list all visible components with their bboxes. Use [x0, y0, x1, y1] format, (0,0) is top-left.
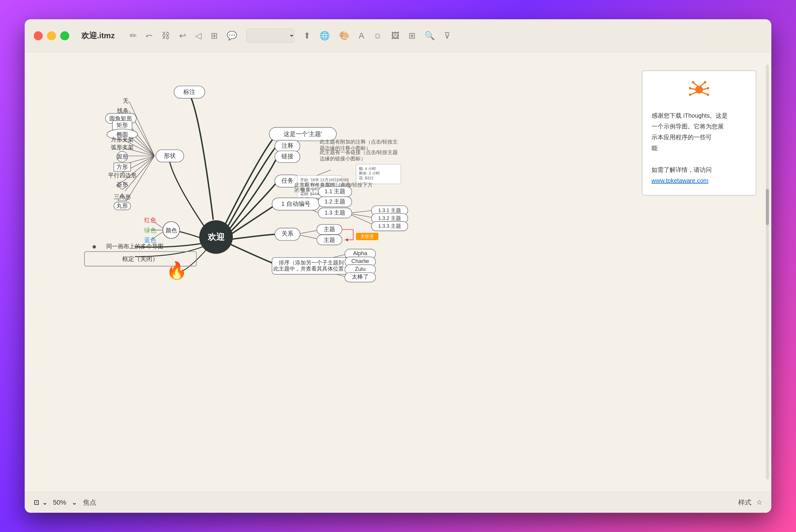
svg-text:框定（关闭）: 框定（关闭）: [122, 255, 159, 262]
svg-point-108: [689, 87, 691, 89]
share-icon[interactable]: ⬆: [303, 31, 310, 41]
link-icon[interactable]: ⛓: [162, 31, 170, 41]
back-icon[interactable]: ◁: [195, 31, 202, 41]
traffic-lights: [34, 31, 69, 40]
svg-text:此主题有附加的注释（点击/轻按主: 此主题有附加的注释（点击/轻按主: [320, 139, 398, 145]
svg-text:红色: 红色: [144, 216, 156, 223]
info-panel-logo: [651, 80, 747, 104]
svg-point-110: [689, 94, 691, 96]
zoom-dropdown-icon[interactable]: ⌄: [72, 499, 77, 507]
info-line1: 感谢您下载 iThoughts。这是: [651, 110, 747, 121]
svg-text:1.3.3 主题: 1.3.3 主题: [378, 223, 401, 229]
svg-text:🔥: 🔥: [166, 261, 187, 281]
svg-text:剩余: 2 小时: 剩余: 2 小时: [359, 171, 380, 175]
svg-text:任务: 任务: [281, 177, 294, 184]
comment-icon[interactable]: 💬: [227, 31, 237, 41]
svg-text:注释: 注释: [281, 142, 294, 149]
filter-icon[interactable]: ⊽: [444, 31, 450, 41]
scrollbar-thumb[interactable]: [766, 189, 769, 225]
star-icon[interactable]: ☆: [756, 499, 762, 507]
style-label[interactable]: 样式: [738, 498, 752, 507]
svg-line-105: [702, 92, 707, 94]
svg-text:花: $321: 花: $321: [359, 176, 374, 180]
toolbar: 欢迎.itmz ✏ ⤺ ⛓ ↩ ◁ ⊞ 💬 ⬆ 🌐 🎨 A ☺ 🖼 ⊞ 🔍 ⊽: [25, 19, 771, 52]
svg-text:链接: 链接: [281, 153, 294, 159]
svg-text:1.1 主题: 1.1 主题: [325, 188, 345, 194]
svg-text:同一画布上的多个导图: 同一画布上的多个导图: [106, 243, 164, 249]
svg-line-104: [691, 92, 697, 94]
browser-icon[interactable]: 🌐: [319, 31, 330, 41]
svg-text:无: 无: [123, 97, 129, 104]
svg-text:1.3.2 主题: 1.3.2 主题: [378, 215, 401, 221]
svg-point-109: [707, 87, 709, 89]
main-window: 欢迎.itmz ✏ ⤺ ⛓ ↩ ◁ ⊞ 💬 ⬆ 🌐 🎨 A ☺ 🖼 ⊞ 🔍 ⊽: [25, 19, 771, 513]
canvas: 标注 形状 无 线条 圆角矩形 矩形 椭圆 方形支架 弧形支架 圆形 方形 平行…: [25, 52, 771, 492]
svg-text:线条: 线条: [117, 108, 129, 114]
zoom-controls[interactable]: ⊡ ⌄ 50% ⌄: [34, 499, 77, 507]
svg-line-100: [693, 82, 699, 87]
info-line3: 示本应用程序的一些可: [651, 132, 747, 142]
scrollbar-vertical[interactable]: [766, 64, 769, 480]
svg-point-107: [704, 81, 706, 83]
close-button[interactable]: [34, 31, 43, 40]
image-icon[interactable]: 🖼: [391, 31, 400, 41]
edit-icon[interactable]: ✏: [130, 31, 137, 41]
svg-text:方形支架: 方形支架: [111, 136, 134, 142]
svg-text:关系: 关系: [281, 230, 294, 237]
svg-text:关联至: 关联至: [360, 234, 374, 239]
svg-text:1.3 主题: 1.3 主题: [325, 209, 345, 216]
svg-text:方形: 方形: [116, 164, 128, 170]
svg-text:排序（添加另一个子主题到: 排序（添加另一个子主题到: [279, 260, 344, 266]
toolbar-icons: ✏ ⤺ ⛓ ↩ ◁ ⊞ 💬 ⬆ 🌐 🎨 A ☺ 🖼 ⊞ 🔍 ⊽: [130, 28, 762, 43]
svg-text:主题: 主题: [323, 226, 335, 232]
statusbar-right: 样式 ☆: [738, 498, 762, 507]
info-panel: 感谢您下载 iThoughts。这是 一个示例导图。它将为您展 示本应用程序的一…: [642, 71, 756, 195]
svg-text:的'徽章'）: 的'徽章'）: [294, 187, 317, 193]
layout-icon[interactable]: ⊞: [211, 31, 218, 41]
redo-icon[interactable]: ↩: [179, 31, 186, 41]
window-title: 欢迎.itmz: [81, 31, 115, 41]
svg-text:额: 4 小时: 额: 4 小时: [359, 166, 376, 171]
svg-point-111: [707, 94, 709, 96]
svg-text:这是一个'主题': 这是一个'主题': [283, 131, 322, 137]
svg-text:绿色: 绿色: [144, 227, 156, 233]
svg-text:开始: '16年 12月19日[08:00]: 开始: '16年 12月19日[08:00]: [300, 177, 349, 182]
zoom-value: 50%: [53, 499, 66, 507]
minimize-button[interactable]: [47, 31, 56, 40]
svg-text:矩形: 矩形: [116, 122, 128, 128]
svg-text:Zulu: Zulu: [355, 266, 366, 272]
svg-text:颜色: 颜色: [166, 227, 177, 233]
svg-text:边缘的链接小图标）: 边缘的链接小图标）: [320, 156, 366, 162]
maximize-button[interactable]: [60, 31, 69, 40]
svg-text:形状: 形状: [164, 152, 176, 159]
svg-text:欢迎: 欢迎: [207, 232, 225, 242]
svg-text:弧形支架: 弧形支架: [111, 144, 134, 150]
svg-text:Charlie: Charlie: [351, 258, 369, 264]
undo-icon[interactable]: ⤺: [146, 31, 153, 41]
color-wheel-icon[interactable]: 🎨: [339, 31, 350, 41]
svg-text:标注: 标注: [183, 88, 196, 95]
info-line4: 能: [651, 142, 747, 153]
font-icon[interactable]: A: [358, 31, 364, 41]
info-link[interactable]: www.toketaware.com: [651, 177, 708, 184]
zoom-chevron-icon[interactable]: ⌄: [42, 499, 48, 507]
svg-text:丸形: 丸形: [116, 203, 128, 209]
emoji-icon[interactable]: ☺: [373, 31, 382, 41]
table-icon[interactable]: ⊞: [409, 31, 415, 41]
svg-text:主题: 主题: [323, 237, 335, 243]
sidebar-toggle-icon[interactable]: ⊡: [34, 499, 39, 507]
svg-line-101: [699, 82, 705, 87]
svg-text:此主题中，并查看其具体位置）: 此主题中，并查看其具体位置）: [273, 266, 349, 272]
style-select[interactable]: [246, 28, 294, 43]
svg-text:1 自动编号: 1 自动编号: [281, 201, 310, 207]
svg-text:此主题有一条链接（点击/轻按主题: 此主题有一条链接（点击/轻按主题: [320, 150, 398, 155]
info-line2: 一个示例导图。它将为您展: [651, 121, 747, 132]
focus-label: 焦点: [83, 498, 96, 507]
svg-text:1.2 主题: 1.2 主题: [325, 198, 345, 205]
search-icon[interactable]: 🔍: [425, 31, 435, 41]
svg-text:Alpha: Alpha: [353, 250, 368, 256]
statusbar: ⊡ ⌄ 50% ⌄ 焦点 样式 ☆: [25, 492, 771, 513]
info-panel-text: 感谢您下载 iThoughts。这是 一个示例导图。它将为您展 示本应用程序的一…: [651, 110, 747, 186]
svg-text:蓝色: 蓝色: [144, 236, 156, 243]
svg-text:菱形: 菱形: [116, 182, 128, 188]
